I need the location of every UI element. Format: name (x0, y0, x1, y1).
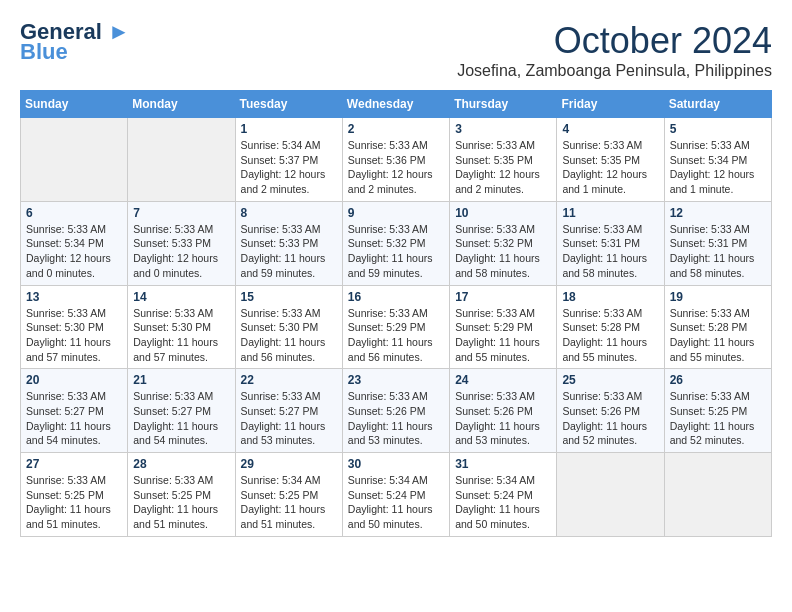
day-info: Sunrise: 5:33 AMSunset: 5:31 PMDaylight:… (562, 222, 658, 281)
weekday-header-cell: Monday (128, 91, 235, 118)
calendar-day-cell: 22Sunrise: 5:33 AMSunset: 5:27 PMDayligh… (235, 369, 342, 453)
day-info: Sunrise: 5:33 AMSunset: 5:30 PMDaylight:… (133, 306, 229, 365)
calendar-day-cell: 15Sunrise: 5:33 AMSunset: 5:30 PMDayligh… (235, 285, 342, 369)
day-info: Sunrise: 5:33 AMSunset: 5:31 PMDaylight:… (670, 222, 766, 281)
day-info: Sunrise: 5:34 AMSunset: 5:24 PMDaylight:… (348, 473, 444, 532)
day-info: Sunrise: 5:33 AMSunset: 5:32 PMDaylight:… (455, 222, 551, 281)
day-number: 15 (241, 290, 337, 304)
day-info: Sunrise: 5:33 AMSunset: 5:33 PMDaylight:… (133, 222, 229, 281)
day-info: Sunrise: 5:33 AMSunset: 5:26 PMDaylight:… (348, 389, 444, 448)
day-number: 28 (133, 457, 229, 471)
calendar-table: SundayMondayTuesdayWednesdayThursdayFrid… (20, 90, 772, 537)
calendar-day-cell: 24Sunrise: 5:33 AMSunset: 5:26 PMDayligh… (450, 369, 557, 453)
day-number: 21 (133, 373, 229, 387)
day-number: 20 (26, 373, 122, 387)
day-info: Sunrise: 5:34 AMSunset: 5:25 PMDaylight:… (241, 473, 337, 532)
weekday-header-cell: Saturday (664, 91, 771, 118)
day-info: Sunrise: 5:33 AMSunset: 5:35 PMDaylight:… (562, 138, 658, 197)
calendar-body: 1Sunrise: 5:34 AMSunset: 5:37 PMDaylight… (21, 118, 772, 537)
day-info: Sunrise: 5:33 AMSunset: 5:28 PMDaylight:… (670, 306, 766, 365)
day-number: 24 (455, 373, 551, 387)
calendar-week-row: 1Sunrise: 5:34 AMSunset: 5:37 PMDaylight… (21, 118, 772, 202)
calendar-day-cell: 5Sunrise: 5:33 AMSunset: 5:34 PMDaylight… (664, 118, 771, 202)
calendar-day-cell: 10Sunrise: 5:33 AMSunset: 5:32 PMDayligh… (450, 201, 557, 285)
day-number: 5 (670, 122, 766, 136)
day-number: 14 (133, 290, 229, 304)
calendar-day-cell: 25Sunrise: 5:33 AMSunset: 5:26 PMDayligh… (557, 369, 664, 453)
calendar-day-cell (557, 453, 664, 537)
calendar-day-cell: 13Sunrise: 5:33 AMSunset: 5:30 PMDayligh… (21, 285, 128, 369)
calendar-day-cell: 19Sunrise: 5:33 AMSunset: 5:28 PMDayligh… (664, 285, 771, 369)
calendar-day-cell: 11Sunrise: 5:33 AMSunset: 5:31 PMDayligh… (557, 201, 664, 285)
weekday-header-cell: Friday (557, 91, 664, 118)
calendar-day-cell: 1Sunrise: 5:34 AMSunset: 5:37 PMDaylight… (235, 118, 342, 202)
day-info: Sunrise: 5:34 AMSunset: 5:24 PMDaylight:… (455, 473, 551, 532)
day-info: Sunrise: 5:33 AMSunset: 5:27 PMDaylight:… (133, 389, 229, 448)
calendar-day-cell: 28Sunrise: 5:33 AMSunset: 5:25 PMDayligh… (128, 453, 235, 537)
calendar-week-row: 20Sunrise: 5:33 AMSunset: 5:27 PMDayligh… (21, 369, 772, 453)
day-number: 27 (26, 457, 122, 471)
calendar-week-row: 13Sunrise: 5:33 AMSunset: 5:30 PMDayligh… (21, 285, 772, 369)
day-number: 7 (133, 206, 229, 220)
calendar-day-cell: 14Sunrise: 5:33 AMSunset: 5:30 PMDayligh… (128, 285, 235, 369)
calendar-header: SundayMondayTuesdayWednesdayThursdayFrid… (21, 91, 772, 118)
day-info: Sunrise: 5:33 AMSunset: 5:25 PMDaylight:… (670, 389, 766, 448)
day-info: Sunrise: 5:33 AMSunset: 5:25 PMDaylight:… (133, 473, 229, 532)
month-title: October 2024 (457, 20, 772, 62)
day-number: 19 (670, 290, 766, 304)
calendar-day-cell: 18Sunrise: 5:33 AMSunset: 5:28 PMDayligh… (557, 285, 664, 369)
calendar-day-cell: 6Sunrise: 5:33 AMSunset: 5:34 PMDaylight… (21, 201, 128, 285)
calendar-week-row: 27Sunrise: 5:33 AMSunset: 5:25 PMDayligh… (21, 453, 772, 537)
calendar-day-cell: 30Sunrise: 5:34 AMSunset: 5:24 PMDayligh… (342, 453, 449, 537)
day-number: 29 (241, 457, 337, 471)
calendar-day-cell (664, 453, 771, 537)
day-number: 31 (455, 457, 551, 471)
day-number: 2 (348, 122, 444, 136)
calendar-day-cell: 7Sunrise: 5:33 AMSunset: 5:33 PMDaylight… (128, 201, 235, 285)
page-header: General ► Blue October 2024 Josefina, Za… (20, 20, 772, 80)
logo-blue: ► (102, 19, 130, 44)
calendar-day-cell: 12Sunrise: 5:33 AMSunset: 5:31 PMDayligh… (664, 201, 771, 285)
day-number: 12 (670, 206, 766, 220)
day-number: 8 (241, 206, 337, 220)
calendar-day-cell: 9Sunrise: 5:33 AMSunset: 5:32 PMDaylight… (342, 201, 449, 285)
day-info: Sunrise: 5:33 AMSunset: 5:26 PMDaylight:… (562, 389, 658, 448)
day-number: 13 (26, 290, 122, 304)
day-info: Sunrise: 5:33 AMSunset: 5:34 PMDaylight:… (670, 138, 766, 197)
day-info: Sunrise: 5:34 AMSunset: 5:37 PMDaylight:… (241, 138, 337, 197)
day-number: 4 (562, 122, 658, 136)
day-info: Sunrise: 5:33 AMSunset: 5:35 PMDaylight:… (455, 138, 551, 197)
day-number: 3 (455, 122, 551, 136)
calendar-week-row: 6Sunrise: 5:33 AMSunset: 5:34 PMDaylight… (21, 201, 772, 285)
day-info: Sunrise: 5:33 AMSunset: 5:33 PMDaylight:… (241, 222, 337, 281)
day-number: 1 (241, 122, 337, 136)
day-info: Sunrise: 5:33 AMSunset: 5:34 PMDaylight:… (26, 222, 122, 281)
day-info: Sunrise: 5:33 AMSunset: 5:27 PMDaylight:… (241, 389, 337, 448)
calendar-day-cell: 21Sunrise: 5:33 AMSunset: 5:27 PMDayligh… (128, 369, 235, 453)
day-number: 23 (348, 373, 444, 387)
day-info: Sunrise: 5:33 AMSunset: 5:30 PMDaylight:… (241, 306, 337, 365)
day-number: 6 (26, 206, 122, 220)
day-number: 11 (562, 206, 658, 220)
logo-blue-text: Blue (20, 40, 68, 64)
calendar-day-cell (21, 118, 128, 202)
day-info: Sunrise: 5:33 AMSunset: 5:30 PMDaylight:… (26, 306, 122, 365)
day-number: 22 (241, 373, 337, 387)
day-number: 16 (348, 290, 444, 304)
day-info: Sunrise: 5:33 AMSunset: 5:29 PMDaylight:… (348, 306, 444, 365)
day-info: Sunrise: 5:33 AMSunset: 5:29 PMDaylight:… (455, 306, 551, 365)
day-number: 10 (455, 206, 551, 220)
calendar-day-cell: 23Sunrise: 5:33 AMSunset: 5:26 PMDayligh… (342, 369, 449, 453)
day-number: 18 (562, 290, 658, 304)
logo: General ► Blue (20, 20, 130, 64)
day-number: 17 (455, 290, 551, 304)
calendar-day-cell (128, 118, 235, 202)
day-number: 26 (670, 373, 766, 387)
weekday-header-cell: Tuesday (235, 91, 342, 118)
calendar-day-cell: 3Sunrise: 5:33 AMSunset: 5:35 PMDaylight… (450, 118, 557, 202)
calendar-day-cell: 16Sunrise: 5:33 AMSunset: 5:29 PMDayligh… (342, 285, 449, 369)
day-info: Sunrise: 5:33 AMSunset: 5:26 PMDaylight:… (455, 389, 551, 448)
day-info: Sunrise: 5:33 AMSunset: 5:32 PMDaylight:… (348, 222, 444, 281)
day-info: Sunrise: 5:33 AMSunset: 5:36 PMDaylight:… (348, 138, 444, 197)
day-info: Sunrise: 5:33 AMSunset: 5:28 PMDaylight:… (562, 306, 658, 365)
